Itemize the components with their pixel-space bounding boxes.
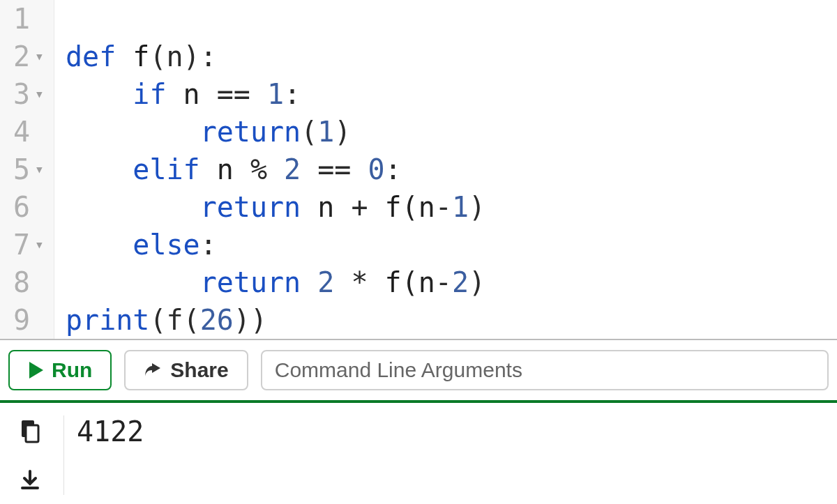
toolbar: Run Share	[0, 340, 837, 403]
line-number-gutter: 12▾3▾45▾67▾89	[0, 0, 54, 339]
command-line-args-input[interactable]	[261, 350, 829, 390]
ide-root: 12▾3▾45▾67▾89 def f(n): if n == 1: retur…	[0, 0, 837, 495]
svg-marker-0	[29, 362, 43, 379]
output-text: 4122	[64, 415, 144, 448]
line-number: 6	[0, 188, 44, 226]
run-label: Run	[52, 358, 92, 382]
line-number: 8	[0, 264, 44, 301]
code-line[interactable]	[66, 0, 837, 38]
share-button[interactable]: Share	[124, 350, 248, 390]
svg-rect-2	[26, 425, 38, 442]
line-number: 3▾	[0, 75, 44, 113]
copy-icon[interactable]	[20, 420, 45, 445]
code-line[interactable]: elif n % 2 == 0:	[66, 151, 837, 188]
code-line[interactable]: def f(n):	[66, 38, 837, 75]
line-number: 5▾	[0, 151, 44, 188]
code-line[interactable]: if n == 1:	[66, 75, 837, 113]
code-line[interactable]: else:	[66, 226, 837, 264]
download-icon[interactable]	[20, 470, 45, 495]
line-number: 2▾	[0, 38, 44, 75]
fold-toggle-icon[interactable]: ▾	[34, 38, 44, 75]
code-line[interactable]: print(f(26))	[66, 301, 837, 339]
fold-toggle-icon[interactable]: ▾	[34, 75, 44, 113]
output-gutter	[0, 415, 64, 495]
share-label: Share	[170, 358, 228, 382]
line-number: 7▾	[0, 226, 44, 264]
code-editor[interactable]: 12▾3▾45▾67▾89 def f(n): if n == 1: retur…	[0, 0, 837, 340]
run-button[interactable]: Run	[8, 350, 112, 390]
code-line[interactable]: return n + f(n-1)	[66, 188, 837, 226]
play-icon	[28, 361, 45, 379]
line-number: 1	[0, 0, 44, 38]
output-panel: 4122	[0, 403, 837, 495]
fold-toggle-icon[interactable]: ▾	[34, 226, 44, 264]
line-number: 4	[0, 113, 44, 151]
code-line[interactable]: return 2 * f(n-2)	[66, 264, 837, 301]
share-icon	[144, 361, 163, 379]
code-content[interactable]: def f(n): if n == 1: return(1) elif n % …	[54, 0, 837, 339]
fold-toggle-icon[interactable]: ▾	[34, 151, 44, 188]
line-number: 9	[0, 301, 44, 339]
code-line[interactable]: return(1)	[66, 113, 837, 151]
